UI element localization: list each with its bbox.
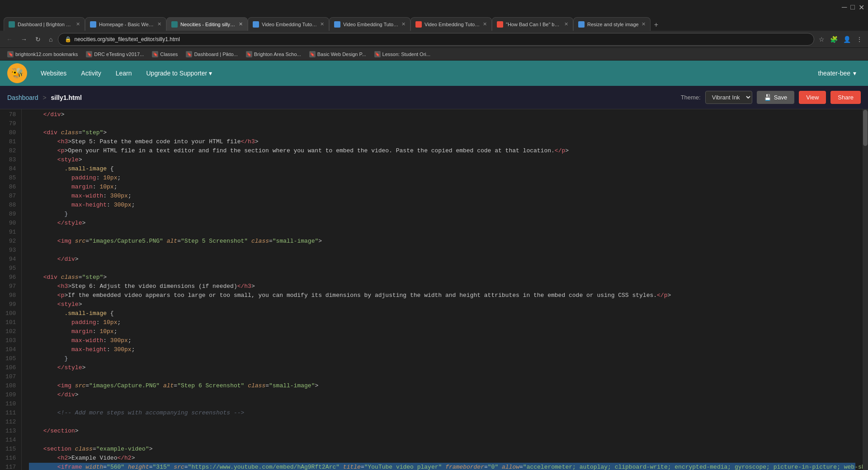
bookmark-item[interactable]: 🔖Basic Web Design P... xyxy=(306,50,370,58)
code-line: <img src="images/Capture.PNG" alt="Step … xyxy=(29,381,855,390)
app-nav-item[interactable]: Learn xyxy=(109,66,138,80)
code-line: } xyxy=(29,210,855,219)
app-nav-item[interactable]: Websites xyxy=(34,66,73,80)
code-line: <style> xyxy=(29,155,855,164)
line-number: 111 xyxy=(5,409,16,418)
browser-tab[interactable]: Video Embedding Tutorial✕ xyxy=(410,17,492,31)
address-bar[interactable]: 🔒 neocities.org/site_files/text_editor/s… xyxy=(58,33,814,46)
app-nav-item[interactable]: Activity xyxy=(75,66,107,80)
code-line xyxy=(29,436,855,445)
code-line: .small-image { xyxy=(29,309,855,318)
line-number: 91 xyxy=(5,228,16,237)
home-button[interactable]: ⌂ xyxy=(46,34,55,45)
line-number: 115 xyxy=(5,445,16,454)
profile-button[interactable]: 👤 xyxy=(841,34,853,45)
code-line: <img src="images/Capture5.PNG" alt="Step… xyxy=(29,237,855,246)
line-number: 102 xyxy=(5,327,16,336)
line-number: 92 xyxy=(5,237,16,246)
share-button[interactable]: Share xyxy=(830,91,861,104)
nav-bar: ← → ↻ ⌂ 🔒 neocities.org/site_files/text_… xyxy=(0,31,868,48)
code-line: </div> xyxy=(29,255,855,264)
tabs-bar: Dashboard | Brighton Hig...✕Homepage - B… xyxy=(0,14,868,31)
line-number: 86 xyxy=(5,183,16,192)
browser-tab[interactable]: Video Embedding Tutorial✕ xyxy=(248,17,329,31)
lock-icon: 🔒 xyxy=(65,36,71,42)
browser-tab[interactable]: Homepage - Basic Web De...✕ xyxy=(85,17,166,31)
browser-tab[interactable]: Resize and style image✕ xyxy=(573,17,651,31)
extensions-button[interactable]: 🧩 xyxy=(828,34,840,45)
line-number: 103 xyxy=(5,336,16,345)
breadcrumb-dashboard-link[interactable]: Dashboard xyxy=(7,94,38,101)
bookmark-item[interactable]: 🔖DRC eTesting v2017... xyxy=(82,50,147,58)
code-line xyxy=(29,228,855,237)
bookmark-item[interactable]: 🔖brightonk12.com bookmarks xyxy=(4,50,81,58)
maximize-btn[interactable]: □ xyxy=(850,3,855,12)
code-line: padding: 10px; xyxy=(29,174,855,183)
back-button[interactable]: ← xyxy=(4,34,15,45)
bookmark-item[interactable]: 🔖Brighton Area Scho... xyxy=(242,50,305,58)
view-button[interactable]: View xyxy=(799,91,826,104)
code-line: <div class="step"> xyxy=(29,273,855,282)
line-numbers: 7879808182838485868788899091929394959697… xyxy=(0,109,22,470)
app-header: 🐝 WebsitesActivityLearnUpgrade to Suppor… xyxy=(0,61,868,86)
bookmark-item[interactable]: 🔖Lesson: Student Ori... xyxy=(371,50,434,58)
line-number: 79 xyxy=(5,119,16,128)
code-line: <p>If the embedded video appears too lar… xyxy=(29,291,855,300)
app-nav-item[interactable]: Upgrade to Supporter xyxy=(140,66,218,80)
editor-header: Dashboard > silly1.html Theme: Vibrant I… xyxy=(0,86,868,109)
bookmark-item[interactable]: 🔖Classes xyxy=(148,50,181,58)
code-line xyxy=(29,372,855,381)
minimize-btn[interactable]: ─ xyxy=(842,3,847,12)
close-btn[interactable]: ✕ xyxy=(859,3,864,12)
scrollbar-track[interactable] xyxy=(863,109,868,470)
browser-tab[interactable]: Dashboard | Brighton Hig...✕ xyxy=(4,17,85,31)
bookmark-star-button[interactable]: ☆ xyxy=(817,34,826,45)
browser-chrome: ─ □ ✕ Dashboard | Brighton Hig...✕Homepa… xyxy=(0,0,868,61)
code-line: max-width: 300px; xyxy=(29,336,855,345)
username-label: theater-bee xyxy=(818,70,850,77)
user-chevron-icon: ▾ xyxy=(853,70,856,77)
line-number: 107 xyxy=(5,372,16,381)
line-number: 112 xyxy=(5,418,16,427)
bookmark-item[interactable]: 🔖Dashboard | Pikto... xyxy=(182,50,241,58)
code-line: } xyxy=(29,354,855,363)
theme-label: Theme: xyxy=(681,94,701,101)
forward-button[interactable]: → xyxy=(18,34,30,45)
code-line: max-height: 300px; xyxy=(29,345,855,354)
browser-tab[interactable]: Video Embedding Tutorial✕ xyxy=(329,17,410,31)
bookmarks-bar: 🔖brightonk12.com bookmarks🔖DRC eTesting … xyxy=(0,48,868,61)
save-button[interactable]: 💾 Save xyxy=(757,91,795,104)
line-number: 93 xyxy=(5,246,16,255)
code-line xyxy=(29,264,855,273)
scrollbar-thumb[interactable] xyxy=(863,110,868,146)
code-content[interactable]: </div> <div class="step"> <h3>Step 5: Pa… xyxy=(22,109,863,470)
menu-button[interactable]: ⋮ xyxy=(854,34,864,45)
reload-button[interactable]: ↻ xyxy=(33,34,43,45)
code-line: <div class="step"> xyxy=(29,128,855,137)
breadcrumb: Dashboard > silly1.html xyxy=(7,94,82,101)
breadcrumb-current: silly1.html xyxy=(51,94,81,101)
code-line: </div> xyxy=(29,390,855,400)
line-number: 109 xyxy=(5,390,16,400)
theme-select[interactable]: Vibrant Ink xyxy=(705,91,752,104)
address-text: neocities.org/site_files/text_editor/sil… xyxy=(74,36,179,42)
line-number: 89 xyxy=(5,210,16,219)
browser-tab[interactable]: Neocities - Editing silly1.h...✕ xyxy=(166,17,248,31)
user-dropdown[interactable]: theater-bee ▾ xyxy=(813,67,861,80)
code-line: </div> xyxy=(29,110,855,119)
line-number: 90 xyxy=(5,219,16,228)
window-controls: ─ □ ✕ xyxy=(842,3,864,12)
code-line: <h3>Step 6: Adjust the video dimensions … xyxy=(29,282,855,291)
code-line: <section class="example-video"> xyxy=(29,445,855,454)
code-line xyxy=(29,400,855,409)
line-number: 78 xyxy=(5,110,16,119)
new-tab-button[interactable]: + xyxy=(651,19,662,31)
line-number: 110 xyxy=(5,400,16,409)
line-number: 87 xyxy=(5,192,16,201)
line-number: 117 xyxy=(5,463,16,470)
line-number: 84 xyxy=(5,164,16,174)
line-number: 82 xyxy=(5,146,16,155)
line-number: 80 xyxy=(5,128,16,137)
line-number: 114 xyxy=(5,436,16,445)
browser-tab[interactable]: "How Bad Can I Be" but e...✕ xyxy=(492,17,573,31)
